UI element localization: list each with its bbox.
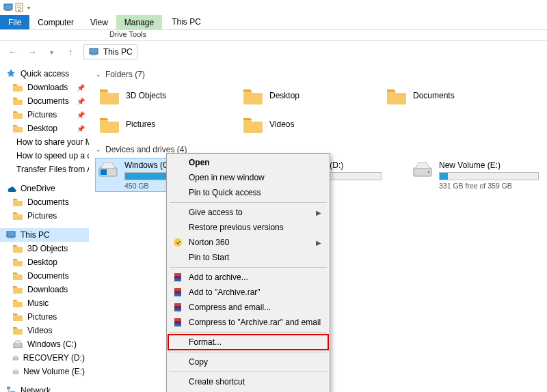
nav-bar: ← → ▾ ↑ This PC	[0, 41, 547, 63]
sidebar-item[interactable]: How to share your M	[0, 135, 89, 149]
sidebar-item[interactable]: 3D Objects	[0, 242, 89, 255]
menu-item-icon	[172, 237, 183, 248]
sidebar-item[interactable]: Transfer Files from A	[0, 163, 89, 176]
tab-computer[interactable]: Computer	[29, 15, 82, 29]
folder-icon	[242, 114, 264, 135]
folder-item[interactable]: Videos	[239, 112, 362, 137]
drive-icon	[412, 160, 433, 179]
svg-rect-24	[174, 294, 181, 296]
folder-item[interactable]: Desktop	[239, 83, 362, 108]
sidebar-item[interactable]: Desktop	[0, 255, 89, 269]
sidebar-item-label: Downloads	[27, 83, 68, 92]
sidebar-this-pc[interactable]: This PC	[0, 228, 89, 242]
context-menu-item[interactable]: Copy	[168, 354, 328, 369]
sidebar-item[interactable]: Desktop📌	[0, 122, 89, 135]
folder-item[interactable]: Documents	[383, 83, 506, 108]
tab-manage[interactable]: Manage	[116, 15, 162, 29]
sidebar-item[interactable]: Documents	[0, 269, 89, 283]
context-menu-item[interactable]: Give access to▶	[168, 205, 328, 220]
onedrive-icon	[5, 183, 16, 194]
item-icon	[12, 96, 23, 107]
context-menu-item[interactable]: Compress and email...	[168, 300, 328, 315]
sidebar-onedrive[interactable]: OneDrive	[0, 182, 89, 195]
sidebar-item[interactable]: Pictures	[0, 209, 89, 223]
titlebar: ▾	[0, 0, 547, 15]
svg-rect-23	[174, 288, 181, 291]
menu-item-icon	[172, 157, 183, 168]
item-icon	[12, 325, 23, 336]
sidebar-item[interactable]: Windows (C:)	[0, 337, 89, 351]
sidebar-item-label: Pictures	[27, 211, 57, 221]
sidebar-item[interactable]: Documents📌	[0, 94, 89, 108]
context-menu: Open Open in new window Pin to Quick acc…	[166, 153, 330, 392]
sidebar-item[interactable]: RECOVERY (D:)	[0, 351, 89, 365]
context-menu-item[interactable]: Format...	[168, 335, 328, 350]
context-menu-item[interactable]: Create shortcut	[168, 374, 328, 389]
menu-separator	[170, 267, 327, 268]
context-menu-item[interactable]: Rename	[168, 389, 328, 392]
star-icon	[5, 68, 16, 79]
sidebar-item[interactable]: Music	[0, 296, 89, 310]
sidebar-network[interactable]: Network	[0, 384, 89, 392]
item-icon	[12, 210, 23, 221]
context-menu-item[interactable]: Pin to Quick access	[168, 185, 328, 200]
folder-label: Desktop	[269, 91, 299, 100]
item-icon	[12, 257, 23, 268]
sidebar-item[interactable]: Pictures	[0, 310, 89, 324]
qat-properties-icon[interactable]	[14, 2, 25, 13]
context-menu-item[interactable]: Add to archive...	[168, 270, 328, 285]
sidebar-item[interactable]: New Volume (E:)	[0, 365, 89, 378]
up-button[interactable]: ↑	[64, 46, 77, 58]
sidebar-item[interactable]: Documents	[0, 195, 89, 209]
item-icon	[12, 243, 23, 254]
context-menu-item[interactable]: Pin to Start	[168, 250, 328, 265]
svg-point-18	[174, 238, 182, 247]
sidebar-item-label: Videos	[27, 326, 52, 335]
folders-header[interactable]: ⌄Folders (7)	[96, 70, 540, 79]
drive-item[interactable]: New Volume (E:) 331 GB free of 359 GB	[410, 158, 540, 191]
tab-file[interactable]: File	[0, 15, 29, 29]
sidebar-item[interactable]: Downloads	[0, 283, 89, 296]
folder-item[interactable]: Pictures	[96, 112, 219, 137]
sidebar-item[interactable]: Downloads📌	[0, 81, 89, 94]
context-menu-item[interactable]: Open	[168, 155, 328, 170]
context-menu-item[interactable]: Compress to "Archive.rar" and email	[168, 315, 328, 330]
menu-item-label: Restore previous versions	[189, 223, 284, 232]
folder-icon	[98, 85, 120, 106]
svg-rect-13	[101, 169, 107, 175]
menu-item-icon	[172, 287, 183, 298]
item-icon	[12, 339, 23, 350]
sidebar-item[interactable]: Pictures📌	[0, 108, 89, 122]
folder-icon	[386, 85, 408, 106]
item-icon	[12, 270, 23, 281]
context-menu-item[interactable]: Norton 360▶	[168, 235, 328, 250]
sidebar-quick-access[interactable]: Quick access	[0, 67, 89, 81]
history-dropdown[interactable]: ▾	[45, 46, 57, 58]
menu-separator	[170, 202, 327, 203]
menu-item-icon	[172, 337, 183, 348]
network-icon	[5, 385, 16, 392]
address-bar[interactable]: This PC	[83, 44, 137, 59]
svg-rect-7	[14, 344, 22, 348]
item-icon	[12, 123, 23, 134]
menu-item-label: Pin to Quick access	[189, 188, 261, 197]
context-menu-item[interactable]: Restore previous versions	[168, 220, 328, 235]
sidebar-item[interactable]: Videos	[0, 324, 89, 337]
sidebar-item-label: Downloads	[27, 285, 68, 294]
back-button[interactable]: ←	[7, 46, 19, 58]
pc-icon	[5, 229, 16, 240]
sidebar-item[interactable]: How to speed up a c	[0, 149, 89, 163]
pin-icon: 📌	[77, 125, 85, 132]
tab-view[interactable]: View	[82, 15, 116, 29]
breadcrumb[interactable]: This PC	[103, 47, 133, 57]
context-menu-item[interactable]: Add to "Archive.rar"	[168, 285, 328, 300]
forward-button[interactable]: →	[26, 46, 38, 58]
item-icon	[12, 82, 23, 93]
folder-item[interactable]: 3D Objects	[96, 83, 219, 108]
submenu-arrow-icon: ▶	[316, 239, 321, 247]
qat-customize-icon[interactable]: ▾	[27, 5, 30, 11]
context-menu-item[interactable]: Open in new window	[168, 170, 328, 185]
svg-rect-30	[174, 324, 181, 326]
sidebar-item-label: How to speed up a c	[16, 151, 89, 160]
svg-rect-0	[4, 4, 12, 10]
